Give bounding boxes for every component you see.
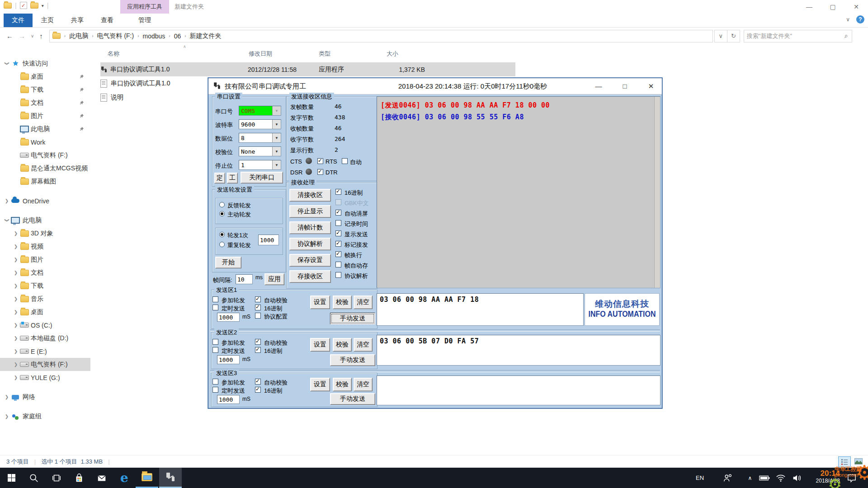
qat-customize-caret-icon[interactable]: ▾ (42, 3, 44, 8)
action-center-button[interactable] (844, 468, 860, 488)
ding-button[interactable]: 定 (214, 173, 225, 183)
save-settings-button[interactable]: 保存设置 (289, 254, 331, 267)
address-dropdown-icon[interactable]: ∨ (714, 30, 727, 42)
tab-file[interactable]: 文件 (4, 14, 33, 27)
sidebar-item-documents[interactable]: ❯文档 (0, 266, 90, 279)
task-view-button[interactable] (45, 468, 68, 488)
column-header-date[interactable]: 修改日期 (249, 50, 272, 58)
search-input[interactable] (744, 33, 844, 39)
zone2-clear-button[interactable]: 清空 (354, 338, 373, 352)
window-minimize-button[interactable]: — (797, 0, 821, 14)
people-button[interactable] (720, 468, 736, 488)
sidebar-item-yule-g[interactable]: ❯YULE (G:) (0, 371, 90, 384)
zone3-join-poll-checkbox[interactable] (212, 379, 218, 385)
zone3-auto-check-checkbox[interactable] (255, 379, 261, 385)
sidebar-quick-access[interactable]: ❯快速访问 (0, 57, 90, 70)
search-button[interactable] (23, 468, 45, 488)
sidebar-item-disk-d[interactable]: ❯本地磁盘 (D:) (0, 332, 90, 345)
baud-rate-select[interactable]: 9600▼ (239, 119, 281, 129)
application-tools-tab[interactable]: 应用程序工具 (120, 0, 169, 14)
column-header-name[interactable]: 名称 (108, 50, 119, 58)
dtr-checkbox[interactable] (317, 169, 323, 175)
receive-log-scrollbar[interactable] (654, 97, 660, 288)
breadcrumb-this-pc[interactable]: 此电脑 (69, 32, 88, 40)
apply-button[interactable]: 应用 (264, 273, 284, 285)
zone3-verify-button[interactable]: 校验 (333, 378, 352, 391)
frame-newline-checkbox[interactable] (335, 251, 341, 257)
frame-autosave-checkbox[interactable] (335, 262, 341, 267)
sidebar-item-3d-objects[interactable]: ❯3D 对象 (0, 227, 90, 240)
data-bits-select[interactable]: 8▼ (239, 133, 281, 143)
sidebar-item-downloads-qa[interactable]: 下载 (0, 83, 90, 96)
breadcrumb-drive-f[interactable]: 电气资料 (F:) (97, 32, 134, 40)
zone1-interval-input[interactable] (217, 313, 240, 322)
receive-log-area[interactable]: [发送0046] 03 06 00 98 AA AA F7 18 00 00 [… (377, 96, 660, 288)
rts-checkbox[interactable] (317, 158, 323, 164)
stop-display-button[interactable]: 停止显示 (289, 205, 331, 218)
zone2-manual-send-button[interactable]: 手动发送 (330, 354, 375, 366)
window-close-button[interactable]: ✕ (844, 0, 868, 14)
zone2-auto-check-checkbox[interactable] (255, 339, 261, 345)
zone2-join-poll-checkbox[interactable] (212, 339, 218, 345)
taskbar-clock[interactable]: 20:14 2018/4/23 (801, 469, 840, 484)
tab-manage[interactable]: 管理 (122, 14, 167, 27)
active-poll-radio[interactable] (219, 211, 225, 216)
breadcrumb-06[interactable]: 06 (174, 33, 181, 40)
file-explorer-button[interactable] (136, 468, 158, 488)
protocol-parse-button[interactable]: 协议解析 (289, 238, 331, 250)
sidebar-item-music[interactable]: ❯音乐 (0, 292, 90, 305)
zone2-data-field[interactable]: 03 06 00 5B 07 D0 FA 57 (377, 335, 660, 366)
parity-select[interactable]: None▼ (239, 146, 281, 156)
sidebar-item-this-pc-qa[interactable]: 此电脑 (0, 122, 90, 136)
help-icon[interactable]: ? (856, 15, 864, 23)
tab-share[interactable]: 共享 (62, 14, 92, 27)
breadcrumb-new-folder[interactable]: 新建文件夹 (190, 32, 222, 40)
clear-frame-count-button[interactable]: 清帧计数 (289, 221, 331, 234)
zone3-timed-send-checkbox[interactable] (212, 387, 218, 393)
new-folder-icon[interactable] (30, 3, 38, 9)
zone1-data-field[interactable]: 03 06 00 98 AA AA F7 18 (377, 293, 584, 326)
mark-txrx-checkbox[interactable] (335, 241, 341, 247)
start-button[interactable]: 开始 (215, 257, 241, 268)
tab-view[interactable]: 查看 (92, 14, 122, 27)
zone2-timed-send-checkbox[interactable] (212, 347, 218, 353)
feedback-poll-radio[interactable] (219, 202, 225, 207)
zone1-join-poll-checkbox[interactable] (212, 296, 218, 302)
sidebar-network[interactable]: ❯网络 (0, 390, 90, 404)
sidebar-this-pc[interactable]: ❯此电脑 (0, 214, 90, 227)
store-button[interactable] (68, 468, 90, 488)
zone1-set-button[interactable]: 设置 (310, 296, 330, 309)
column-header-size[interactable]: 大小 (387, 50, 398, 58)
language-indicator[interactable]: EN (691, 468, 709, 488)
zone1-auto-check-checkbox[interactable] (255, 296, 261, 302)
start-button[interactable] (0, 468, 23, 488)
zone3-hex-checkbox[interactable] (255, 387, 261, 393)
zone2-interval-input[interactable] (217, 355, 240, 364)
file-row-exe[interactable]: 串口协议调试工具1.0 2012/12/28 11:58 应用程序 1,372 … (100, 62, 515, 76)
auto-checkbox[interactable] (342, 158, 348, 164)
close-port-button[interactable]: 关闭串口 (241, 172, 283, 183)
battery-indicator[interactable] (757, 468, 772, 488)
auto-clear-checkbox[interactable] (335, 210, 341, 216)
tray-overflow-chevron[interactable]: ∧ (743, 468, 757, 488)
gbk-checkbox[interactable] (335, 199, 341, 205)
dialog-maximize-button[interactable]: □ (614, 78, 635, 94)
details-view-button[interactable] (838, 456, 851, 467)
zone1-timed-send-checkbox[interactable] (212, 305, 218, 310)
sidebar-item-pictures[interactable]: ❯图片 (0, 253, 90, 266)
up-button[interactable]: ↑ (39, 32, 43, 40)
recent-locations-caret-icon[interactable]: ∨ (31, 33, 34, 38)
sidebar-item-desktop-qa[interactable]: 桌面 (0, 70, 90, 83)
zone3-set-button[interactable]: 设置 (310, 378, 330, 391)
column-header-type[interactable]: 类型 (319, 50, 330, 58)
zone3-interval-input[interactable] (217, 395, 240, 404)
breadcrumb-modbus[interactable]: modbus (143, 33, 165, 40)
protocol-parse-checkbox[interactable] (335, 272, 341, 278)
serial-tool-taskbar-button[interactable] (159, 468, 182, 488)
zone1-manual-send-button[interactable]: 手动发送 (330, 313, 375, 324)
save-receive-button[interactable]: 存接收区 (289, 270, 331, 283)
sidebar-item-videos[interactable]: ❯视频 (0, 240, 90, 253)
zone2-verify-button[interactable]: 校验 (333, 338, 352, 352)
sidebar-item-os-c[interactable]: ❯OS (C:) (0, 319, 90, 332)
sidebar-homegroup[interactable]: ❯家庭组 (0, 410, 90, 423)
